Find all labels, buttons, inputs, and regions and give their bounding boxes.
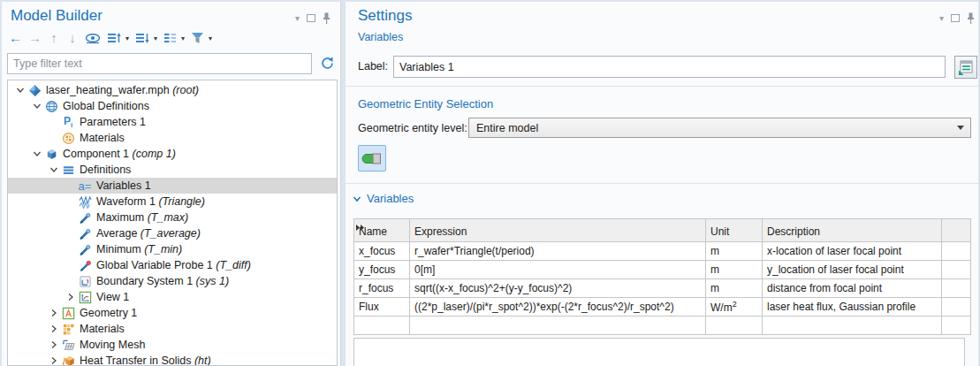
tree-item-component-1-comp-1[interactable]: Component 1 (comp 1) — [8, 146, 337, 162]
unit-cell[interactable]: W/m2 — [706, 298, 763, 316]
tree-expander-right-icon[interactable] — [47, 356, 60, 365]
dropdown-caret-icon[interactable]: ▾ — [181, 34, 185, 42]
unit-cell[interactable]: m — [706, 242, 763, 261]
name-cell[interactable]: x_focus — [354, 242, 410, 261]
expression-cell[interactable]: r_wafer*Triangle(t/period) — [410, 242, 706, 261]
model-builder-window-controls: ▾ — [295, 12, 330, 24]
unit-cell[interactable]: m — [706, 279, 763, 298]
tree-item-parameters-1[interactable]: PiParameters 1 — [8, 114, 337, 130]
spacer-cell[interactable] — [942, 242, 971, 261]
tree-item-moving-mesh[interactable]: Moving Mesh — [8, 337, 337, 353]
variable-row-flux: Flux((2*p_laser)/(pi*r_spot^2))*exp(-(2*… — [354, 298, 971, 316]
show-eye-icon[interactable] — [85, 30, 101, 46]
forward-arrow-icon[interactable]: → — [28, 30, 42, 46]
column-header-name[interactable]: Name — [354, 219, 410, 242]
tree-expander-right-icon[interactable] — [47, 309, 60, 317]
model-root-icon — [27, 84, 42, 97]
column-header-description[interactable]: Description — [763, 219, 942, 242]
refresh-icon[interactable] — [320, 56, 335, 74]
tree-expander-right-icon[interactable] — [64, 293, 77, 301]
description-cell[interactable]: distance from focal point — [763, 279, 942, 298]
tree-item-label: Global Variable Probe 1 (T_diff) — [93, 259, 251, 271]
definitions-icon — [60, 164, 76, 177]
dropdown-caret-icon[interactable]: ▾ — [209, 34, 212, 42]
name-cell[interactable]: y_focus — [354, 261, 410, 279]
tree-item-minimum-t-min[interactable]: Minimum (T_min) — [8, 241, 337, 257]
spacer-cell[interactable] — [942, 298, 971, 316]
expression-cell[interactable] — [410, 316, 706, 335]
tree-expander-down-icon[interactable] — [47, 165, 60, 174]
description-cell[interactable]: x-location of laser focal point — [763, 242, 942, 261]
expression-cell[interactable]: sqrt((x-x_focus)^2+(y-y_focus)^2) — [410, 279, 706, 298]
expand-all-icon[interactable] — [135, 30, 149, 46]
probe-icon — [77, 211, 93, 225]
spacer-cell[interactable] — [942, 316, 971, 335]
tree-expander-down-icon[interactable] — [30, 102, 43, 111]
tree-item-maximum-t-max[interactable]: Maximum (T_max) — [8, 210, 337, 225]
column-header-spacer[interactable] — [942, 219, 971, 242]
spacer-cell[interactable] — [942, 261, 971, 279]
description-cell[interactable]: y_location of laser focal point — [763, 261, 942, 279]
name-cell[interactable]: r_focus — [354, 279, 410, 298]
collapse-icon[interactable]: ▾ — [939, 14, 944, 23]
geometric-entity-level-select[interactable]: Entire model — [468, 118, 971, 138]
tree-expander-right-icon[interactable] — [47, 324, 60, 333]
unit-cell[interactable] — [706, 316, 763, 335]
collapse-all-icon[interactable] — [107, 30, 121, 46]
tree-item-label: Variables 1 — [93, 179, 151, 192]
dropdown-caret-icon[interactable]: ▾ — [125, 34, 129, 42]
tree-item-average-t-average[interactable]: Average (T_average) — [8, 225, 337, 241]
name-cell[interactable] — [354, 316, 410, 335]
variables-section-title: Variables — [367, 192, 414, 205]
move-up-arrow-icon[interactable]: ↑ — [48, 30, 60, 46]
tree-expander-down-icon[interactable] — [13, 86, 27, 95]
description-cell[interactable]: laser heat flux, Gaussian profile — [763, 298, 942, 316]
tree-item-geometry-1[interactable]: Geometry 1 — [8, 305, 337, 321]
expression-cell[interactable]: 0[m] — [410, 261, 706, 279]
column-header-unit[interactable]: Unit — [706, 219, 763, 242]
tree-item-label: Parameters 1 — [76, 116, 146, 128]
tree-expander-right-icon[interactable] — [47, 340, 60, 349]
label-input[interactable] — [393, 56, 946, 78]
float-icon[interactable] — [307, 14, 315, 22]
dropdown-caret-icon[interactable]: ▾ — [154, 34, 157, 42]
settings-subtitle: Variables — [358, 31, 403, 43]
expression-cell[interactable]: ((2*p_laser)/(pi*r_spot^2))*exp(-(2*r_fo… — [410, 298, 706, 316]
back-arrow-icon[interactable]: ← — [9, 30, 22, 46]
tree-item-global-definitions[interactable]: Global Definitions — [8, 98, 337, 114]
tree-expander-down-icon[interactable] — [30, 149, 43, 158]
move-down-arrow-icon[interactable]: ↓ — [66, 30, 79, 46]
tree-item-waveform-1-triangle[interactable]: Waveform 1 (Triangle) — [8, 194, 337, 210]
variables-section-header[interactable]: Variables — [353, 192, 414, 205]
filter-funnel-icon[interactable] — [191, 30, 204, 46]
tree-item-materials[interactable]: Materials — [8, 321, 337, 337]
tree-item-definitions[interactable]: Definitions — [8, 162, 337, 178]
description-cell[interactable] — [763, 316, 942, 335]
collapse-icon[interactable]: ▾ — [295, 14, 300, 23]
tree-item-label: View 1 — [93, 291, 129, 303]
pin-icon[interactable] — [323, 12, 330, 24]
tree-item-view-1[interactable]: View 1 — [8, 289, 337, 305]
tree-filter-input[interactable] — [7, 53, 312, 74]
tree-item-materials[interactable]: Materials — [8, 130, 337, 146]
tree-item-heat-transfer-in-solids-ht[interactable]: Heat Transfer in Solids (ht) — [8, 353, 337, 366]
unit-cell[interactable]: m — [706, 261, 763, 279]
pin-icon[interactable] — [967, 12, 975, 24]
name-cell[interactable]: Flux — [354, 298, 410, 316]
spacer-cell[interactable] — [942, 279, 971, 298]
column-header-expression[interactable]: Expression — [410, 219, 706, 242]
tree-item-laser-heating-wafer-mph-root[interactable]: laser_heating_wafer.mph (root) — [8, 82, 337, 98]
variables-table-empty-area[interactable] — [353, 338, 965, 366]
probe-icon — [77, 227, 93, 240]
geometric-entity-level-value: Entire model — [476, 122, 538, 134]
tree-item-label: Geometry 1 — [76, 307, 137, 319]
tree-item-global-variable-probe-1-t-diff[interactable]: Global Variable Probe 1 (T_diff) — [8, 257, 337, 273]
model-tree-node-text-icon[interactable] — [163, 30, 177, 46]
float-icon[interactable] — [951, 14, 960, 22]
tree-item-label: Maximum (T_max) — [93, 211, 188, 224]
global-variable-probe-icon — [77, 259, 93, 272]
active-selection-toggle-button[interactable] — [358, 145, 386, 172]
tree-item-variables-1[interactable]: a=Variables 1 — [8, 178, 337, 194]
show-ui-button[interactable] — [954, 56, 977, 79]
tree-item-boundary-system-1-sys-1[interactable]: Boundary System 1 (sys 1) — [8, 273, 337, 289]
